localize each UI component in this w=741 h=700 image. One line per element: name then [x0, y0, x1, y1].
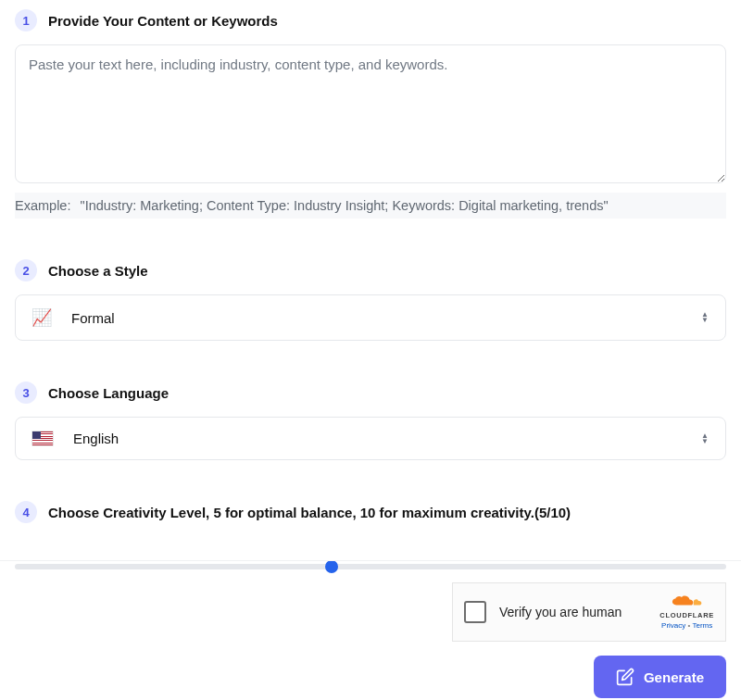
- slider-thumb[interactable]: [325, 560, 338, 573]
- chevron-updown-icon: ▲▼: [701, 312, 709, 323]
- step-3-badge: 3: [15, 381, 37, 404]
- generate-label: Generate: [644, 669, 704, 685]
- step-3-title: Choose Language: [48, 385, 169, 401]
- content-textarea[interactable]: [15, 44, 726, 183]
- step-2-title: Choose a Style: [48, 263, 148, 279]
- step-4-badge: 4: [15, 501, 37, 523]
- language-value: English: [73, 431, 119, 446]
- chevron-updown-icon: ▲▼: [701, 433, 709, 444]
- captcha-label: Verify you are human: [499, 605, 622, 619]
- step-1-header: 1 Provide Your Content or Keywords: [15, 9, 726, 31]
- creativity-slider[interactable]: [15, 536, 726, 579]
- step-2-header: 2 Choose a Style: [15, 259, 726, 281]
- slider-track: [15, 564, 726, 569]
- generate-button[interactable]: Generate: [594, 656, 726, 698]
- step-2-badge: 2: [15, 259, 37, 281]
- step-1-badge: 1: [15, 9, 37, 31]
- edit-icon: [616, 668, 634, 686]
- captcha-links: Privacy • Terms: [661, 621, 712, 630]
- cloudflare-logo: [672, 595, 703, 609]
- captcha-widget: Verify you are human CLOUDFLARE Privacy …: [452, 582, 726, 642]
- cloudflare-brand-text: CLOUDFLARE: [659, 611, 714, 619]
- style-value: Formal: [71, 310, 115, 326]
- example-text: "Industry: Marketing; Content Type: Indu…: [80, 198, 608, 213]
- privacy-link[interactable]: Privacy: [661, 621, 685, 630]
- step-1-title: Provide Your Content or Keywords: [48, 13, 278, 29]
- style-select[interactable]: 📈 Formal ▲▼: [15, 294, 726, 341]
- terms-link[interactable]: Terms: [692, 621, 712, 630]
- captcha-checkbox[interactable]: [464, 601, 486, 623]
- step-4-title: Choose Creativity Level, 5 for optimal b…: [48, 505, 571, 520]
- cloud-icon: [672, 595, 703, 608]
- example-hint: Example: "Industry: Marketing; Content T…: [15, 193, 726, 219]
- step-3-header: 3 Choose Language: [15, 381, 726, 404]
- example-label: Example:: [15, 198, 70, 213]
- divider: [0, 560, 741, 561]
- us-flag-icon: [32, 431, 53, 445]
- language-select[interactable]: English ▲▼: [15, 417, 726, 460]
- step-4-header: 4 Choose Creativity Level, 5 for optimal…: [15, 501, 726, 523]
- chart-icon: 📈: [32, 308, 51, 327]
